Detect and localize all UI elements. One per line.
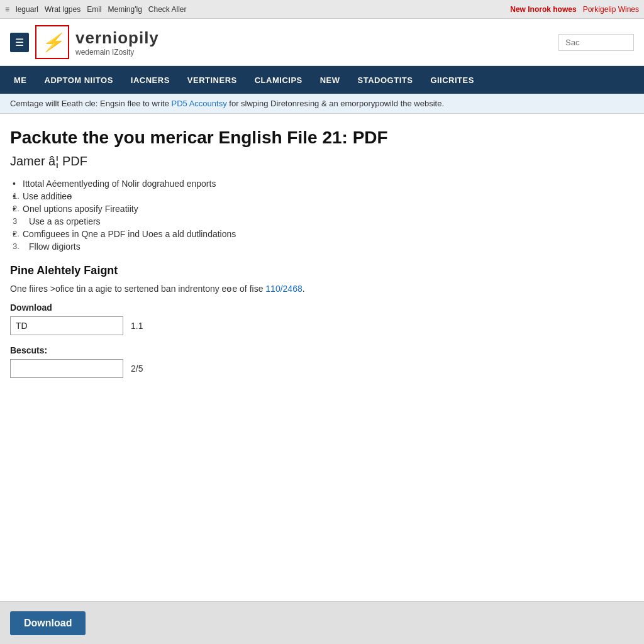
bescuts-value: 2/5 (131, 364, 143, 374)
search-input[interactable] (558, 34, 634, 51)
nav-item-iacners[interactable]: IACNERS (122, 66, 179, 94)
browser-bar: ≡ leguarl Wrat lgpes Emil Meming'lg Chec… (0, 0, 644, 19)
browser-tab-4[interactable]: Meming'lg (108, 5, 142, 14)
site-header: ☰ ⚡ verniopily wedemain IZosity (0, 19, 644, 66)
site-tagline: wedemain IZosity (75, 48, 159, 57)
list-item-3: 2. Onel uptions aposify Fireatiity (10, 204, 556, 214)
main-scroll-area: Packute the you mericar English File 21:… (0, 114, 644, 599)
info-text-before: Cemtage willt Eeath cle: Engsin flee to … (10, 99, 172, 108)
browser-bookmark-2[interactable]: Porkigelip Wines (583, 5, 639, 14)
browser-tab-3[interactable]: Emil (87, 5, 101, 14)
site-name[interactable]: verniopily (75, 28, 159, 48)
browser-tab-5[interactable]: Check Aller (148, 5, 187, 14)
list-item-3-text: Onel uptions aposify Fireatiity (23, 204, 138, 214)
list-item-1: Ittotal Aéementlyeding of Nolir dograhue… (10, 179, 556, 189)
site-header-left: ☰ ⚡ verniopily wedemain IZosity (10, 25, 159, 59)
list-item-3-num: 2. (13, 204, 19, 213)
list-item-2: 1. Use additieɵ (10, 191, 556, 201)
download-row: 1.1 (10, 316, 556, 335)
list-item-1-text: Ittotal Aéementlyeding of Nolir dograhue… (23, 179, 216, 189)
nav-item-me[interactable]: ME (5, 66, 36, 94)
nav-item-adptom[interactable]: ADPTOM NIITOS (36, 66, 122, 94)
browser-tabs: ≡ leguarl Wrat lgpes Emil Meming'lg Chec… (5, 5, 505, 14)
page-title: Packute the you mericar English File 21:… (10, 126, 556, 149)
browser-tab-1[interactable]: leguarl (16, 5, 38, 14)
list-item-6-text: Fllow digiorts (29, 242, 80, 252)
info-bar: Cemtage willt Eeath cle: Engsin flee to … (0, 94, 644, 114)
browser-menu-icon[interactable]: ≡ (5, 5, 9, 14)
list-item-4-text: Use a as orpetiers (29, 216, 101, 226)
info-text-after: for slwping Diretonresing & an emorporyp… (227, 99, 444, 108)
list-item-6: 3. Fllow digiorts (10, 242, 556, 252)
description-link[interactable]: 110/2468 (265, 284, 302, 294)
info-link[interactable]: PD5 Accountsy (172, 99, 227, 108)
list-item-2-text: Use additieɵ (23, 191, 72, 201)
list-item-4-num: 3 (13, 216, 17, 226)
list-item-2-num: 1. (13, 191, 19, 201)
download-input[interactable] (10, 316, 123, 335)
description-before: One fiires >ofice tin a agie to sertened… (10, 284, 265, 294)
nav-item-giicrites[interactable]: GIICRITES (421, 66, 483, 94)
description-text: One fiires >ofice tin a agie to sertened… (10, 284, 556, 294)
page-subtitle: Jamer â¦ PDF (10, 154, 556, 169)
bescuts-label: Bescuts: (10, 345, 556, 355)
download-label: Download (10, 303, 556, 313)
nav-item-new[interactable]: NEW (311, 66, 349, 94)
bescuts-row: 2/5 (10, 359, 556, 378)
list-item-6-num: 3. (13, 242, 19, 251)
list-item-5-num: 2. (13, 229, 19, 238)
list-item-5-text: Comfiguees in Qne a PDF ind Uoes a ald d… (23, 229, 236, 239)
logo-box: ⚡ (35, 25, 69, 59)
hamburger-menu[interactable]: ☰ (10, 33, 29, 52)
list-item-5: 2. Comfiguees in Qne a PDF ind Uoes a al… (10, 229, 556, 239)
browser-bookmarks: New Inorok howes Porkigelip Wines (510, 5, 639, 14)
nav-item-clamicips[interactable]: CLAMICIPS (246, 66, 311, 94)
site-name-block: verniopily wedemain IZosity (75, 28, 159, 57)
download-version: 1.1 (131, 321, 143, 331)
browser-tab-2[interactable]: Wrat lgpes (45, 5, 80, 14)
main-content: Packute the you mericar English File 21:… (0, 114, 566, 409)
bescuts-input[interactable] (10, 359, 123, 378)
logo-icon: ⚡ (42, 32, 64, 53)
nav-item-vertiners[interactable]: VERTINERS (179, 66, 246, 94)
nav-item-stadogtits[interactable]: STADOGTITS (349, 66, 422, 94)
description-end: . (303, 284, 305, 294)
browser-bookmark-1[interactable]: New Inorok howes (510, 5, 576, 14)
list-item-4: 3 Use a as orpetiers (10, 216, 556, 226)
nav-bar: ME ADPTOM NIITOS IACNERS VERTINERS CLAMI… (0, 66, 644, 94)
section-heading: Pine Alehtely Faignt (10, 264, 556, 277)
feature-list: Ittotal Aéementlyeding of Nolir dograhue… (10, 179, 556, 252)
